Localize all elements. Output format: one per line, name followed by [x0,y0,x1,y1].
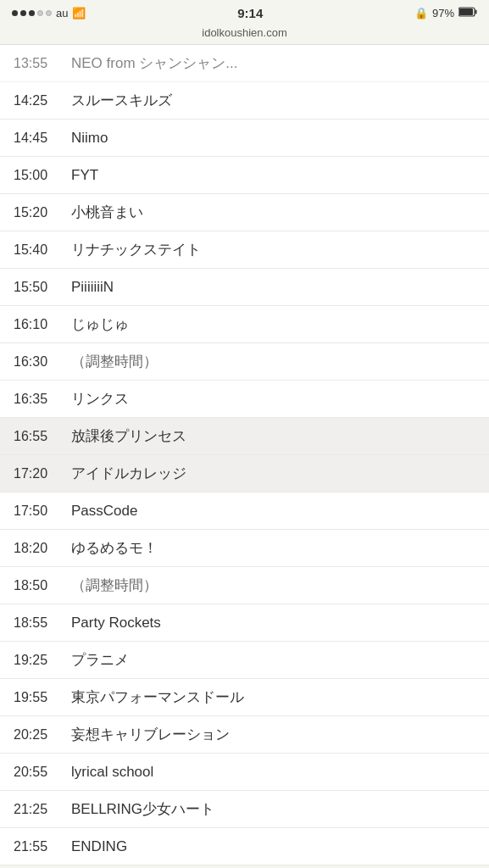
schedule-row: 14:25スルースキルズ [0,82,489,120]
schedule-row: 16:55放課後プリンセス [0,418,489,455]
schedule-name: Party Rockets [71,615,161,632]
schedule-name: リナチックステイト [71,240,201,259]
schedule-row: 16:10じゅじゅ [0,306,489,343]
schedule-time: 15:00 [14,168,71,183]
schedule-time: 20:25 [14,727,71,743]
schedule-time: 19:25 [14,653,71,668]
url-text: idolkoushien.com [202,26,286,39]
schedule-name: じゅじゅ [71,314,129,334]
schedule-row: 15:40リナチックステイト [0,231,489,269]
schedule-name: 放課後プリンセス [71,426,186,446]
schedule-row: 19:25プラニメ [0,642,489,679]
status-left: au 📶 [12,7,86,19]
schedule-row: 17:20アイドルカレッジ [0,455,489,492]
schedule-row: 21:55ENDING [0,828,489,865]
schedule-name: PiiiiiiiN [71,279,114,296]
schedule-row: 14:45Niimo [0,120,489,157]
signal-dot-2 [20,10,26,16]
battery-percent: 97% [432,7,454,19]
schedule-row: 13:55NEO from シャンシャン... [0,45,489,82]
schedule-row: 21:25BELLRING少女ハート [0,791,489,828]
schedule-name: プラニメ [71,650,129,670]
svg-rect-1 [475,9,477,14]
schedule-time: 20:55 [14,765,71,780]
schedule-name: （調整時間） [71,576,158,595]
schedule-name: NEO from シャンシャン... [71,53,237,73]
battery-lock-icon: 🔒 [414,7,428,19]
status-bar: au 📶 9:14 🔒 97% [0,0,489,24]
schedule-name: Niimo [71,130,108,147]
schedule-name: アイドルカレッジ [71,464,186,483]
schedule-name: （調整時間） [71,352,158,371]
schedule-name: FYT [71,167,98,184]
status-right: 🔒 97% [414,7,477,19]
schedule-time: 16:35 [14,392,71,407]
signal-indicator [12,10,52,16]
signal-dot-4 [37,10,43,16]
schedule-row: 18:50（調整時間） [0,567,489,604]
schedule-name: PassCode [71,503,137,520]
schedule-time: 21:55 [14,839,71,854]
signal-dot-1 [12,10,18,16]
schedule-time: 16:30 [14,354,71,370]
schedule-time: 18:50 [14,578,71,593]
svg-rect-2 [459,8,473,15]
schedule-time: 15:20 [14,205,71,220]
schedule-time: 17:20 [14,466,71,481]
schedule-row: 20:25妄想キャリブレーション [0,716,489,754]
schedule-name: 小桃音まい [71,203,143,222]
schedule-time: 18:20 [14,541,71,556]
schedule-name: ENDING [71,838,127,855]
schedule-time: 15:40 [14,242,71,258]
schedule-time: 14:45 [14,131,71,146]
schedule-row: 17:50PassCode [0,492,489,530]
clock: 9:14 [237,6,263,20]
battery-icon [458,7,477,19]
schedule-name: 東京パフォーマンスドール [71,687,244,707]
signal-dot-5 [46,10,52,16]
schedule-row: 16:30（調整時間） [0,343,489,381]
schedule-row: 15:20小桃音まい [0,194,489,231]
schedule-time: 15:50 [14,280,71,295]
schedule-name: ゆるめるモ！ [71,538,158,558]
schedule-time: 19:55 [14,690,71,705]
schedule-list: 13:55NEO from シャンシャン...14:25スルースキルズ14:45… [0,45,489,865]
schedule-row: 19:55東京パフォーマンスドール [0,679,489,716]
url-bar: idolkoushien.com [0,24,489,44]
wifi-icon: 📶 [72,7,86,19]
schedule-time: 21:25 [14,802,71,817]
schedule-time: 17:50 [14,504,71,519]
schedule-row: 15:50PiiiiiiiN [0,269,489,306]
schedule-row: 18:55Party Rockets [0,604,489,642]
schedule-time: 13:55 [14,56,71,71]
schedule-row: 16:35リンクス [0,381,489,418]
schedule-time: 18:55 [14,615,71,631]
schedule-row: 18:20ゆるめるモ！ [0,530,489,567]
schedule-name: スルースキルズ [71,91,172,110]
schedule-name: 妄想キャリブレーション [71,725,230,744]
schedule-time: 14:25 [14,93,71,108]
carrier-label: au [56,7,68,19]
schedule-time: 16:10 [14,317,71,332]
schedule-row: 20:55lyrical school [0,754,489,791]
schedule-name: lyrical school [71,764,153,781]
schedule-time: 16:55 [14,429,71,444]
schedule-name: BELLRING少女ハート [71,799,214,819]
schedule-name: リンクス [71,389,129,409]
signal-dot-3 [29,10,35,16]
schedule-row: 15:00FYT [0,157,489,194]
